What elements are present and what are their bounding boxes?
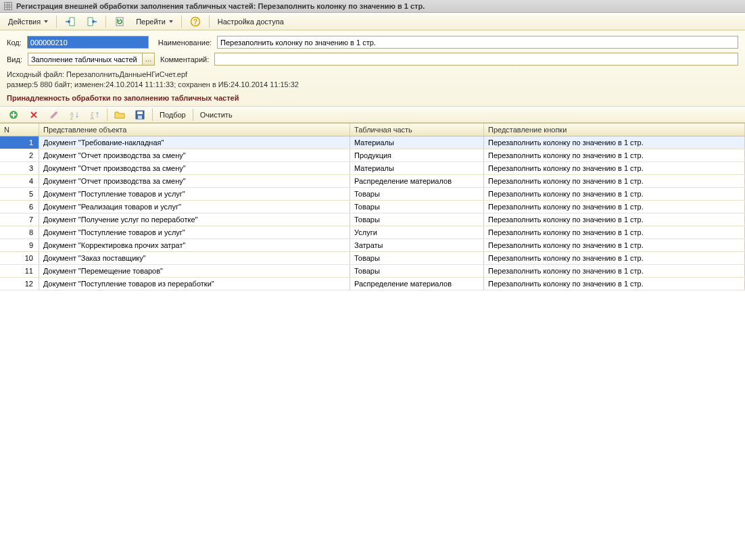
sort-asc-button[interactable]: AZ	[65, 108, 84, 122]
actions-label: Действия	[8, 18, 41, 26]
table-row[interactable]: 4Документ "Отчет производства за смену"Р…	[0, 175, 745, 188]
edit-row-button[interactable]	[45, 108, 64, 122]
table-row[interactable]: 6Документ "Реализация товаров и услуг"То…	[0, 201, 745, 213]
cell-button: Перезаполнить колонку по значению в 1 ст…	[484, 239, 745, 251]
cell-n: 12	[0, 278, 39, 290]
chevron-down-icon	[44, 20, 48, 23]
window-titlebar: Регистрация внешней обработки заполнения…	[0, 0, 745, 13]
cell-button: Перезаполнить колонку по значению в 1 ст…	[484, 175, 745, 187]
table-row[interactable]: 1Документ "Требование-накладная"Материал…	[0, 136, 745, 149]
goto-label: Перейти	[136, 18, 166, 26]
cell-button: Перезаполнить колонку по значению в 1 ст…	[484, 252, 745, 264]
cell-button: Перезаполнить колонку по значению в 1 ст…	[484, 136, 745, 149]
cell-n: 11	[0, 265, 39, 277]
cell-n: 7	[0, 213, 39, 226]
data-grid: N Представление объекта Табличная часть …	[0, 123, 745, 290]
grid-body: 1Документ "Требование-накладная"Материал…	[0, 136, 745, 290]
table-row[interactable]: 3Документ "Отчет производства за смену"М…	[0, 162, 745, 175]
help-icon: ?	[190, 16, 201, 27]
cell-object: Документ "Заказ поставщику"	[39, 252, 350, 264]
comment-label: Комментарий:	[160, 55, 209, 63]
svg-rect-11	[137, 111, 143, 114]
refresh-doc-icon	[114, 16, 125, 27]
cell-tabpart: Услуги	[350, 226, 484, 238]
cell-tabpart: Товары	[350, 188, 484, 200]
cell-n: 4	[0, 175, 39, 187]
app-grid-icon	[4, 2, 12, 10]
select-label: Подбор	[160, 111, 186, 119]
toolbar-separator	[107, 109, 107, 121]
code-input[interactable]	[27, 36, 149, 49]
svg-text:Z: Z	[70, 116, 74, 120]
form-panel: Код: Наименование: Вид: … Комментарий: И…	[0, 30, 745, 107]
help-button[interactable]: ?	[186, 15, 205, 28]
toolbar-separator	[56, 16, 57, 28]
svg-text:?: ?	[193, 18, 197, 26]
table-row[interactable]: 5Документ "Поступление товаров и услуг"Т…	[0, 188, 745, 201]
cell-object: Документ "Требование-накладная"	[39, 136, 350, 149]
kind-ellipsis-button[interactable]: …	[143, 53, 155, 66]
folder-icon	[114, 109, 125, 120]
code-label: Код:	[7, 39, 22, 47]
cell-object: Документ "Поступление товаров и услуг"	[39, 188, 350, 200]
col-n[interactable]: N	[0, 124, 39, 136]
table-row[interactable]: 8Документ "Поступление товаров и услуг"У…	[0, 226, 745, 239]
table-row[interactable]: 2Документ "Отчет производства за смену"П…	[0, 149, 745, 162]
cell-tabpart: Распределение материалов	[350, 175, 484, 187]
clear-button[interactable]: Очистить	[196, 108, 237, 122]
cell-tabpart: Материалы	[350, 162, 484, 174]
source-file-line2: размер:5 880 байт; изменен:24.10.2014 11…	[7, 80, 738, 90]
sort-desc-button[interactable]: ZA	[85, 108, 104, 122]
cell-tabpart: Товары	[350, 252, 484, 264]
col-object[interactable]: Представление объекта	[39, 124, 350, 136]
kind-combo[interactable]: …	[28, 53, 155, 66]
cell-button: Перезаполнить колонку по значению в 1 ст…	[484, 213, 745, 226]
select-button[interactable]: Подбор	[155, 108, 190, 122]
cell-object: Документ "Корректировка прочих затрат"	[39, 239, 350, 251]
goto-menu[interactable]: Перейти	[132, 15, 177, 28]
cell-tabpart: Товары	[350, 213, 484, 226]
col-button[interactable]: Представление кнопки	[484, 124, 745, 136]
table-toolbar: AZ ZA Подбор Очистить	[0, 107, 745, 123]
toolbar-separator	[193, 109, 193, 121]
col-tabpart[interactable]: Табличная часть	[350, 124, 484, 136]
table-row[interactable]: 10Документ "Заказ поставщику"ТоварыПерез…	[0, 252, 745, 265]
table-row[interactable]: 12Документ "Поступление товаров из перер…	[0, 278, 745, 290]
add-row-button[interactable]	[4, 108, 23, 122]
refresh-doc-button[interactable]	[110, 15, 129, 28]
cell-button: Перезаполнить колонку по значению в 1 ст…	[484, 162, 745, 174]
window-title: Регистрация внешней обработки заполнения…	[16, 2, 425, 10]
kind-label: Вид:	[7, 55, 22, 63]
cell-n: 9	[0, 239, 39, 251]
comment-input[interactable]	[214, 53, 738, 66]
cell-tabpart: Материалы	[350, 136, 484, 149]
cell-tabpart: Товары	[350, 201, 484, 213]
add-icon	[8, 109, 19, 120]
svg-rect-12	[138, 116, 142, 119]
cell-object: Документ "Перемещение товаров"	[39, 265, 350, 277]
table-row[interactable]: 11Документ "Перемещение товаров"ТоварыПе…	[0, 265, 745, 278]
section-title: Принадлежность обработки по заполнению т…	[7, 94, 738, 102]
kind-input[interactable]	[28, 53, 143, 66]
sort-desc-icon: ZA	[89, 109, 100, 120]
name-input[interactable]	[217, 36, 738, 49]
delete-row-button[interactable]	[24, 108, 43, 122]
save-button[interactable]	[130, 108, 149, 122]
load-file-button[interactable]	[61, 15, 80, 28]
cell-button: Перезаполнить колонку по значению в 1 ст…	[484, 265, 745, 277]
arrow-left-doc-icon	[87, 16, 97, 27]
open-folder-button[interactable]	[110, 108, 129, 122]
cell-n: 1	[0, 136, 39, 149]
svg-text:A: A	[91, 116, 94, 120]
access-settings-button[interactable]: Настройка доступа	[214, 15, 288, 28]
name-label: Наименование:	[158, 39, 212, 47]
cell-n: 8	[0, 226, 39, 238]
cell-button: Перезаполнить колонку по значению в 1 ст…	[484, 278, 745, 290]
save-file-button[interactable]	[82, 15, 101, 28]
cell-object: Документ "Отчет производства за смену"	[39, 175, 350, 187]
cell-n: 2	[0, 149, 39, 161]
clear-label: Очистить	[200, 111, 233, 119]
table-row[interactable]: 7Документ "Получение услуг по переработк…	[0, 213, 745, 226]
table-row[interactable]: 9Документ "Корректировка прочих затрат"З…	[0, 239, 745, 252]
actions-menu[interactable]: Действия	[4, 15, 52, 28]
